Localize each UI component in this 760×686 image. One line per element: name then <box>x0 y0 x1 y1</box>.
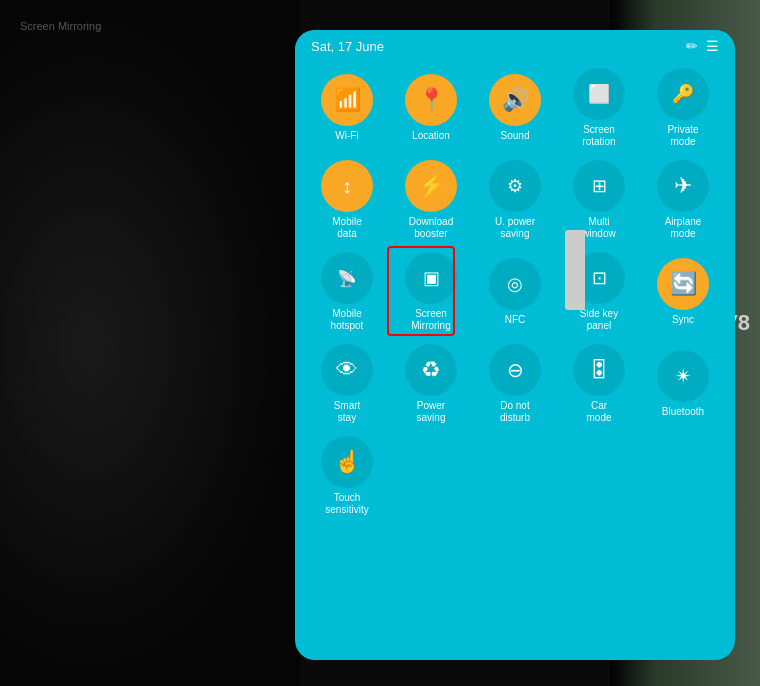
nfc-icon: ◎ <box>507 273 523 295</box>
sync-icon: 🔄 <box>670 271 697 297</box>
bluetooth-label: Bluetooth <box>662 406 704 418</box>
airplane-mode-icon-circle: ✈ <box>657 160 709 212</box>
qs-item-screen-mirroring[interactable]: ▣ ScreenMirroring <box>391 248 471 336</box>
qs-item-u-power-saving[interactable]: ⚙ U. powersaving <box>475 156 555 244</box>
qs-item-mobile-hotspot[interactable]: 📡 Mobilehotspot <box>307 248 387 336</box>
nfc-icon-circle: ◎ <box>489 258 541 310</box>
multi-window-icon: ⊞ <box>592 175 607 197</box>
qs-item-touch-sensitivity[interactable]: ☝ Touchsensitivity <box>307 432 387 520</box>
header-icons: ✏ ☰ <box>686 38 719 54</box>
qs-item-mobile-data[interactable]: ↕ Mobiledata <box>307 156 387 244</box>
qs-item-airplane-mode[interactable]: ✈ Airplanemode <box>643 156 723 244</box>
header-date: Sat, 17 June <box>311 39 384 54</box>
smart-stay-label: Smartstay <box>334 400 361 424</box>
do-not-disturb-label: Do notdisturb <box>500 400 530 424</box>
car-mode-icon-circle: 🎛 <box>573 344 625 396</box>
qs-item-download-booster[interactable]: ⚡ Downloadbooster <box>391 156 471 244</box>
mobile-data-label: Mobiledata <box>332 216 361 240</box>
sync-icon-circle: 🔄 <box>657 258 709 310</box>
screen-rotation-icon-circle: ⬜ <box>573 68 625 120</box>
airplane-mode-label: Airplanemode <box>665 216 702 240</box>
scroll-indicator <box>565 230 585 310</box>
pencil-icon[interactable]: ✏ <box>686 38 698 54</box>
phone-screen: Sat, 17 June ✏ ☰ 📶 Wi-Fi 📍 Location 🔊 So… <box>295 30 735 660</box>
screen-rotation-icon: ⬜ <box>588 83 610 105</box>
car-mode-icon: 🎛 <box>588 357 610 383</box>
airplane-mode-icon: ✈ <box>674 173 692 199</box>
sync-label: Sync <box>672 314 694 326</box>
touch-sensitivity-icon: ☝ <box>334 449 361 475</box>
qs-item-car-mode[interactable]: 🎛 Carmode <box>559 340 639 428</box>
sound-icon-circle: 🔊 <box>489 74 541 126</box>
multi-window-icon-circle: ⊞ <box>573 160 625 212</box>
touch-sensitivity-label: Touchsensitivity <box>325 492 368 516</box>
mobile-hotspot-label: Mobilehotspot <box>331 308 364 332</box>
u-power-saving-icon: ⚙ <box>507 175 523 197</box>
qs-item-sound[interactable]: 🔊 Sound <box>475 64 555 152</box>
wifi-label: Wi-Fi <box>335 130 358 142</box>
mobile-data-icon-circle: ↕ <box>321 160 373 212</box>
qs-item-sync[interactable]: 🔄 Sync <box>643 248 723 336</box>
screen-mirroring-icon: ▣ <box>423 267 440 289</box>
location-icon-circle: 📍 <box>405 74 457 126</box>
smart-stay-icon-circle: 👁 <box>321 344 373 396</box>
location-icon: 📍 <box>418 87 445 113</box>
download-booster-icon: ⚡ <box>418 173 445 199</box>
watermark: Screen Mirroring <box>20 20 101 32</box>
private-mode-icon: 🔑 <box>672 83 694 105</box>
car-mode-label: Carmode <box>586 400 611 424</box>
bluetooth-icon: ✴ <box>675 364 692 388</box>
private-mode-label: Privatemode <box>667 124 698 148</box>
power-saving-icon: ♻ <box>421 357 441 383</box>
qs-item-location[interactable]: 📍 Location <box>391 64 471 152</box>
qs-item-screen-rotation[interactable]: ⬜ Screenrotation <box>559 64 639 152</box>
touch-sensitivity-icon-circle: ☝ <box>321 436 373 488</box>
qs-item-nfc[interactable]: ◎ NFC <box>475 248 555 336</box>
menu-icon[interactable]: ☰ <box>706 38 719 54</box>
u-power-saving-icon-circle: ⚙ <box>489 160 541 212</box>
mobile-hotspot-icon: 📡 <box>337 269 357 288</box>
dark-left-bg <box>0 0 300 686</box>
u-power-saving-label: U. powersaving <box>495 216 535 240</box>
qs-item-private-mode[interactable]: 🔑 Privatemode <box>643 64 723 152</box>
screen-mirroring-label: ScreenMirroring <box>411 308 450 332</box>
screen-mirroring-icon-circle: ▣ <box>405 252 457 304</box>
qs-item-power-saving[interactable]: ♻ Powersaving <box>391 340 471 428</box>
quick-settings-grid: 📶 Wi-Fi 📍 Location 🔊 Sound ⬜ Screenrotat… <box>295 58 735 526</box>
smart-stay-icon: 👁 <box>336 357 358 383</box>
sound-icon: 🔊 <box>502 87 529 113</box>
do-not-disturb-icon-circle: ⊖ <box>489 344 541 396</box>
qs-item-do-not-disturb[interactable]: ⊖ Do notdisturb <box>475 340 555 428</box>
do-not-disturb-icon: ⊖ <box>507 358 524 382</box>
sound-label: Sound <box>501 130 530 142</box>
side-key-panel-icon: ⊡ <box>592 267 607 289</box>
side-key-panel-label: Side keypanel <box>580 308 618 332</box>
power-saving-icon-circle: ♻ <box>405 344 457 396</box>
mobile-data-icon: ↕ <box>342 175 352 198</box>
bluetooth-icon-circle: ✴ <box>657 350 709 402</box>
download-booster-icon-circle: ⚡ <box>405 160 457 212</box>
download-booster-label: Downloadbooster <box>409 216 453 240</box>
multi-window-label: Multiwindow <box>582 216 615 240</box>
mobile-hotspot-icon-circle: 📡 <box>321 252 373 304</box>
private-mode-icon-circle: 🔑 <box>657 68 709 120</box>
location-label: Location <box>412 130 450 142</box>
phone-header: Sat, 17 June ✏ ☰ <box>295 30 735 58</box>
qs-item-bluetooth[interactable]: ✴ Bluetooth <box>643 340 723 428</box>
qs-item-smart-stay[interactable]: 👁 Smartstay <box>307 340 387 428</box>
nfc-label: NFC <box>505 314 526 326</box>
power-saving-label: Powersaving <box>417 400 446 424</box>
wifi-icon-circle: 📶 <box>321 74 373 126</box>
screen-rotation-label: Screenrotation <box>582 124 615 148</box>
qs-item-wifi[interactable]: 📶 Wi-Fi <box>307 64 387 152</box>
wifi-icon: 📶 <box>334 87 361 113</box>
